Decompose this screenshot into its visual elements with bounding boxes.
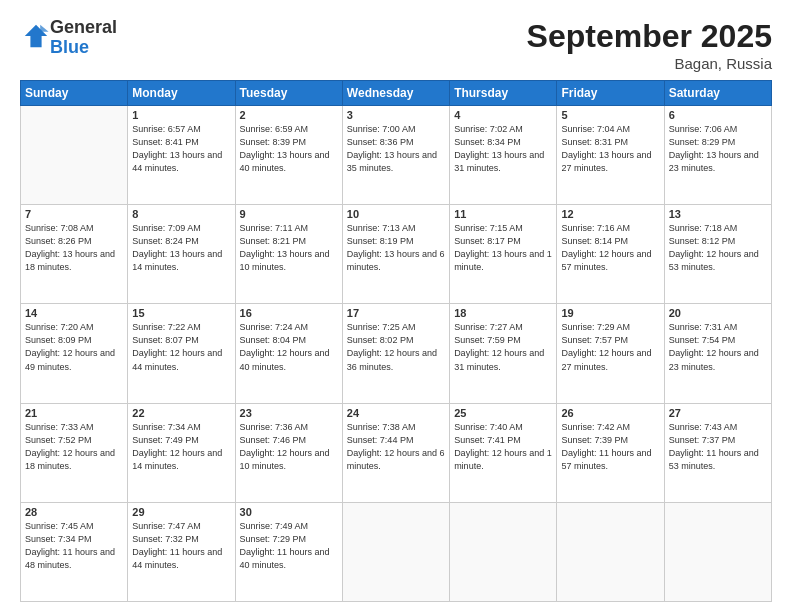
day-info: Sunrise: 7:22 AMSunset: 8:07 PMDaylight:… [132,321,230,373]
calendar-cell: 17Sunrise: 7:25 AMSunset: 8:02 PMDayligh… [342,304,449,403]
day-info: Sunrise: 7:04 AMSunset: 8:31 PMDaylight:… [561,123,659,175]
calendar-week-4: 21Sunrise: 7:33 AMSunset: 7:52 PMDayligh… [21,403,772,502]
calendar-cell: 16Sunrise: 7:24 AMSunset: 8:04 PMDayligh… [235,304,342,403]
weekday-header-saturday: Saturday [664,81,771,106]
day-number: 17 [347,307,445,319]
day-number: 18 [454,307,552,319]
calendar-cell: 5Sunrise: 7:04 AMSunset: 8:31 PMDaylight… [557,106,664,205]
calendar-cell: 8Sunrise: 7:09 AMSunset: 8:24 PMDaylight… [128,205,235,304]
calendar-cell: 3Sunrise: 7:00 AMSunset: 8:36 PMDaylight… [342,106,449,205]
day-info: Sunrise: 6:59 AMSunset: 8:39 PMDaylight:… [240,123,338,175]
day-number: 11 [454,208,552,220]
logo: General Blue [20,18,117,58]
day-info: Sunrise: 7:45 AMSunset: 7:34 PMDaylight:… [25,520,123,572]
calendar-week-5: 28Sunrise: 7:45 AMSunset: 7:34 PMDayligh… [21,502,772,601]
day-info: Sunrise: 7:00 AMSunset: 8:36 PMDaylight:… [347,123,445,175]
logo-icon [22,22,50,50]
day-info: Sunrise: 7:09 AMSunset: 8:24 PMDaylight:… [132,222,230,274]
day-info: Sunrise: 7:40 AMSunset: 7:41 PMDaylight:… [454,421,552,473]
day-number: 27 [669,407,767,419]
header: General Blue September 2025 Bagan, Russi… [20,18,772,72]
day-number: 6 [669,109,767,121]
day-number: 8 [132,208,230,220]
weekday-header-tuesday: Tuesday [235,81,342,106]
calendar-cell: 7Sunrise: 7:08 AMSunset: 8:26 PMDaylight… [21,205,128,304]
calendar-cell [21,106,128,205]
weekday-header-thursday: Thursday [450,81,557,106]
day-info: Sunrise: 7:29 AMSunset: 7:57 PMDaylight:… [561,321,659,373]
day-info: Sunrise: 7:20 AMSunset: 8:09 PMDaylight:… [25,321,123,373]
day-info: Sunrise: 7:31 AMSunset: 7:54 PMDaylight:… [669,321,767,373]
day-info: Sunrise: 7:08 AMSunset: 8:26 PMDaylight:… [25,222,123,274]
calendar-cell: 4Sunrise: 7:02 AMSunset: 8:34 PMDaylight… [450,106,557,205]
day-number: 2 [240,109,338,121]
day-info: Sunrise: 7:43 AMSunset: 7:37 PMDaylight:… [669,421,767,473]
calendar-cell: 12Sunrise: 7:16 AMSunset: 8:14 PMDayligh… [557,205,664,304]
day-info: Sunrise: 7:13 AMSunset: 8:19 PMDaylight:… [347,222,445,274]
day-number: 9 [240,208,338,220]
day-info: Sunrise: 7:02 AMSunset: 8:34 PMDaylight:… [454,123,552,175]
day-info: Sunrise: 7:42 AMSunset: 7:39 PMDaylight:… [561,421,659,473]
logo-blue-text: Blue [50,38,117,58]
day-info: Sunrise: 7:27 AMSunset: 7:59 PMDaylight:… [454,321,552,373]
day-number: 30 [240,506,338,518]
calendar-cell [557,502,664,601]
logo-general-text: General [50,18,117,38]
day-number: 16 [240,307,338,319]
calendar-cell: 22Sunrise: 7:34 AMSunset: 7:49 PMDayligh… [128,403,235,502]
calendar-cell: 26Sunrise: 7:42 AMSunset: 7:39 PMDayligh… [557,403,664,502]
day-number: 10 [347,208,445,220]
day-number: 1 [132,109,230,121]
calendar-cell [664,502,771,601]
calendar-cell: 21Sunrise: 7:33 AMSunset: 7:52 PMDayligh… [21,403,128,502]
day-info: Sunrise: 7:15 AMSunset: 8:17 PMDaylight:… [454,222,552,274]
day-info: Sunrise: 7:36 AMSunset: 7:46 PMDaylight:… [240,421,338,473]
weekday-header-monday: Monday [128,81,235,106]
day-number: 4 [454,109,552,121]
calendar-cell: 1Sunrise: 6:57 AMSunset: 8:41 PMDaylight… [128,106,235,205]
day-number: 25 [454,407,552,419]
day-number: 26 [561,407,659,419]
day-info: Sunrise: 7:49 AMSunset: 7:29 PMDaylight:… [240,520,338,572]
calendar-cell: 9Sunrise: 7:11 AMSunset: 8:21 PMDaylight… [235,205,342,304]
day-info: Sunrise: 7:11 AMSunset: 8:21 PMDaylight:… [240,222,338,274]
calendar-cell: 10Sunrise: 7:13 AMSunset: 8:19 PMDayligh… [342,205,449,304]
calendar-cell: 19Sunrise: 7:29 AMSunset: 7:57 PMDayligh… [557,304,664,403]
day-number: 28 [25,506,123,518]
weekday-header-friday: Friday [557,81,664,106]
day-info: Sunrise: 7:47 AMSunset: 7:32 PMDaylight:… [132,520,230,572]
day-number: 22 [132,407,230,419]
calendar-cell: 13Sunrise: 7:18 AMSunset: 8:12 PMDayligh… [664,205,771,304]
calendar-cell: 29Sunrise: 7:47 AMSunset: 7:32 PMDayligh… [128,502,235,601]
calendar-table: SundayMondayTuesdayWednesdayThursdayFrid… [20,80,772,602]
day-number: 14 [25,307,123,319]
title-block: September 2025 Bagan, Russia [527,18,772,72]
day-info: Sunrise: 7:33 AMSunset: 7:52 PMDaylight:… [25,421,123,473]
calendar-header-row: SundayMondayTuesdayWednesdayThursdayFrid… [21,81,772,106]
calendar-cell: 18Sunrise: 7:27 AMSunset: 7:59 PMDayligh… [450,304,557,403]
calendar-cell: 2Sunrise: 6:59 AMSunset: 8:39 PMDaylight… [235,106,342,205]
day-info: Sunrise: 7:16 AMSunset: 8:14 PMDaylight:… [561,222,659,274]
calendar-cell: 14Sunrise: 7:20 AMSunset: 8:09 PMDayligh… [21,304,128,403]
day-number: 24 [347,407,445,419]
day-info: Sunrise: 7:25 AMSunset: 8:02 PMDaylight:… [347,321,445,373]
calendar-cell: 25Sunrise: 7:40 AMSunset: 7:41 PMDayligh… [450,403,557,502]
calendar-cell [342,502,449,601]
day-number: 29 [132,506,230,518]
page: General Blue September 2025 Bagan, Russi… [0,0,792,612]
calendar-cell: 27Sunrise: 7:43 AMSunset: 7:37 PMDayligh… [664,403,771,502]
day-number: 13 [669,208,767,220]
day-info: Sunrise: 7:24 AMSunset: 8:04 PMDaylight:… [240,321,338,373]
day-info: Sunrise: 6:57 AMSunset: 8:41 PMDaylight:… [132,123,230,175]
calendar-cell: 23Sunrise: 7:36 AMSunset: 7:46 PMDayligh… [235,403,342,502]
day-number: 5 [561,109,659,121]
calendar-cell: 30Sunrise: 7:49 AMSunset: 7:29 PMDayligh… [235,502,342,601]
weekday-header-sunday: Sunday [21,81,128,106]
day-info: Sunrise: 7:38 AMSunset: 7:44 PMDaylight:… [347,421,445,473]
weekday-header-wednesday: Wednesday [342,81,449,106]
day-number: 19 [561,307,659,319]
calendar-week-3: 14Sunrise: 7:20 AMSunset: 8:09 PMDayligh… [21,304,772,403]
day-number: 20 [669,307,767,319]
calendar-body: 1Sunrise: 6:57 AMSunset: 8:41 PMDaylight… [21,106,772,602]
location: Bagan, Russia [527,55,772,72]
